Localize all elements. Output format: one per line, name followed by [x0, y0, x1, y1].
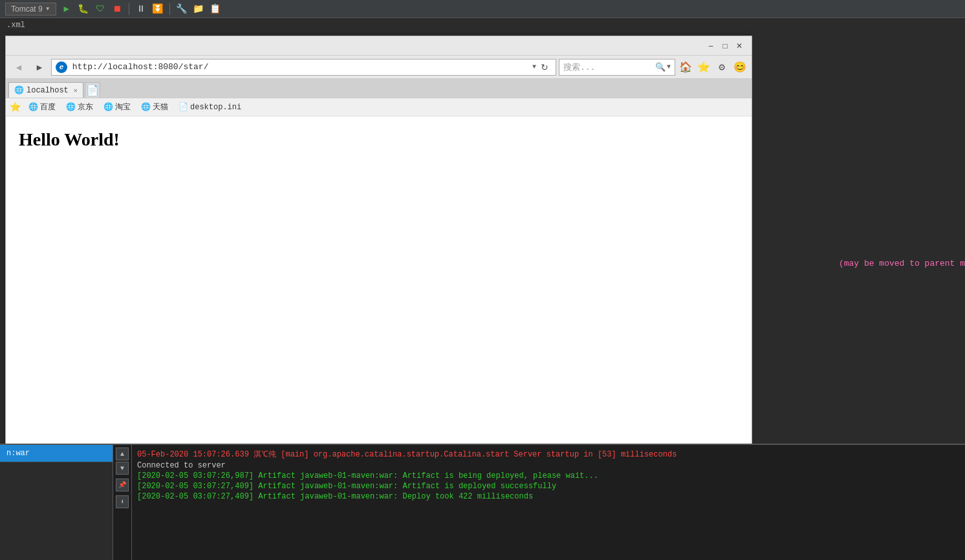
- bookmarks-bar: ⭐ 🌐 百度 🌐 京东 🌐 淘宝 🌐 天猫 📄 desktop.ini: [6, 98, 752, 116]
- bookmark-tianmao-label: 天猫: [153, 102, 168, 113]
- folder-icon[interactable]: 📁: [192, 3, 205, 16]
- nav-right-icons: 🏠 ⭐ ⚙ 😊: [678, 59, 748, 75]
- step-over-icon[interactable]: ⏸: [135, 3, 147, 16]
- wrench-icon[interactable]: 🔧: [175, 3, 188, 16]
- bookmark-tianmao[interactable]: 🌐 天猫: [138, 100, 171, 114]
- tab-label: localhost: [27, 86, 69, 95]
- pin-icon[interactable]: 📌: [116, 479, 129, 491]
- debug-icon[interactable]: 🐛: [77, 3, 90, 16]
- console-line-1: 05-Feb-2020 15:07:26.639 淇℃伅 [main] org.…: [137, 449, 960, 460]
- bookmark-desktop-ini-icon: 📄: [179, 102, 188, 112]
- toolbar-separator-1: [129, 3, 129, 15]
- close-button[interactable]: ✕: [732, 39, 746, 53]
- run-icon[interactable]: ▶: [60, 3, 73, 16]
- console-line-5: [2020-02-05 03:07:27,409] Artifact javaw…: [137, 492, 960, 501]
- browser-navbar: ◄ ► e http://localhost:8080/star/ ▼ ↻ 搜索…: [6, 56, 752, 79]
- main-layout: – □ ✕ ◄ ► e http://localhost:8080/star/ …: [0, 32, 965, 444]
- bookmark-tianmao-icon: 🌐: [141, 102, 151, 112]
- bookmark-taobao-icon: 🌐: [103, 102, 113, 112]
- bookmark-star-icon: ⭐: [10, 102, 21, 113]
- smiley-icon[interactable]: 😊: [732, 59, 748, 75]
- bottom-scroll-controls: ▲ ▼ 📌 ⬇: [113, 445, 132, 560]
- hello-world-text: Hello World!: [19, 129, 739, 150]
- ide-filename-bar: .xml: [0, 18, 965, 32]
- address-bar[interactable]: e http://localhost:8080/star/ ▼ ↻: [51, 59, 556, 76]
- tab-icon: 🌐: [14, 85, 24, 95]
- export-icon[interactable]: ⬇: [116, 495, 129, 508]
- dropdown-arrow-icon: ▼: [45, 6, 50, 12]
- favorites-icon[interactable]: ⭐: [696, 59, 711, 75]
- right-ide-panel: (may be moved to parent m: [752, 32, 965, 446]
- bottom-console-panel: n:war ▲ ▼ 📌 ⬇ 05-Feb-2020 15:07:26.639 淇…: [0, 444, 965, 560]
- tomcat-dropdown-button[interactable]: Tomcat 9 ▼: [5, 3, 56, 16]
- new-tab-button[interactable]: 📄: [85, 82, 100, 98]
- search-icon[interactable]: 🔍: [655, 62, 666, 72]
- console-line-4: [2020-02-05 03:07:27,409] Artifact javaw…: [137, 482, 960, 491]
- settings-icon[interactable]: ⚙: [714, 59, 730, 75]
- refresh-button[interactable]: ↻: [537, 60, 552, 74]
- ide-topbar: Tomcat 9 ▼ ▶ 🐛 🛡 ⏹ ⏸ ⏬ 🔧 📁 📋: [0, 0, 965, 18]
- search-dropdown-icon[interactable]: ▼: [667, 63, 671, 70]
- step-into-icon[interactable]: ⏬: [151, 3, 164, 16]
- address-dropdown-icon[interactable]: ▼: [531, 63, 537, 70]
- home-icon[interactable]: 🏠: [678, 59, 693, 75]
- search-bar[interactable]: 搜索... 🔍 ▼: [559, 59, 675, 76]
- search-placeholder-text: 搜索...: [563, 61, 654, 73]
- bookmark-desktop-ini-label: desktop.ini: [190, 103, 241, 112]
- browser-window: – □ ✕ ◄ ► e http://localhost:8080/star/ …: [5, 36, 752, 456]
- tomcat-title-label: Tomcat 9: [11, 5, 43, 14]
- bookmark-baidu-label: 百度: [40, 102, 56, 113]
- maximize-button[interactable]: □: [718, 39, 732, 53]
- bookmark-taobao-label: 淘宝: [115, 102, 131, 113]
- browser-titlebar: – □ ✕: [6, 36, 752, 56]
- bookmark-baidu[interactable]: 🌐 百度: [26, 100, 58, 114]
- coverage-icon[interactable]: 🛡: [94, 3, 107, 16]
- clipboard-icon[interactable]: 📋: [209, 3, 222, 16]
- stop-icon[interactable]: ⏹: [111, 3, 124, 16]
- console-tab-war[interactable]: n:war: [0, 445, 113, 462]
- bookmark-desktop-ini[interactable]: 📄 desktop.ini: [176, 101, 244, 113]
- bookmark-baidu-icon: 🌐: [28, 102, 38, 112]
- tab-close-button[interactable]: ✕: [74, 87, 78, 94]
- browser-tabs: 🌐 localhost ✕ 📄: [6, 79, 752, 98]
- minimize-button[interactable]: –: [704, 39, 718, 53]
- console-output: 05-Feb-2020 15:07:26.639 淇℃伅 [main] org.…: [132, 445, 965, 560]
- scroll-up-button[interactable]: ▲: [116, 447, 129, 460]
- filename-label: .xml: [6, 21, 25, 30]
- bookmark-jd-label: 京东: [78, 102, 93, 113]
- scroll-down-button[interactable]: ▼: [116, 462, 129, 475]
- back-button[interactable]: ◄: [10, 58, 28, 76]
- bookmark-taobao[interactable]: 🌐 淘宝: [101, 100, 133, 114]
- ide-code-snippet: (may be moved to parent m: [839, 259, 965, 268]
- bottom-left-tabs: n:war: [0, 445, 113, 560]
- browser-content: Hello World!: [6, 116, 752, 455]
- toolbar-separator-2: [169, 3, 170, 15]
- console-line-3: [2020-02-05 03:07:26,987] Artifact javaw…: [137, 471, 960, 480]
- console-line-2: Connected to server: [137, 461, 960, 470]
- tab-localhost[interactable]: 🌐 localhost ✕: [8, 82, 83, 98]
- bookmark-jd-icon: 🌐: [66, 102, 76, 112]
- ie-icon: e: [56, 61, 67, 73]
- forward-button[interactable]: ►: [30, 58, 49, 76]
- address-text: http://localhost:8080/star/: [72, 62, 531, 72]
- bookmark-jd[interactable]: 🌐 京东: [63, 100, 96, 114]
